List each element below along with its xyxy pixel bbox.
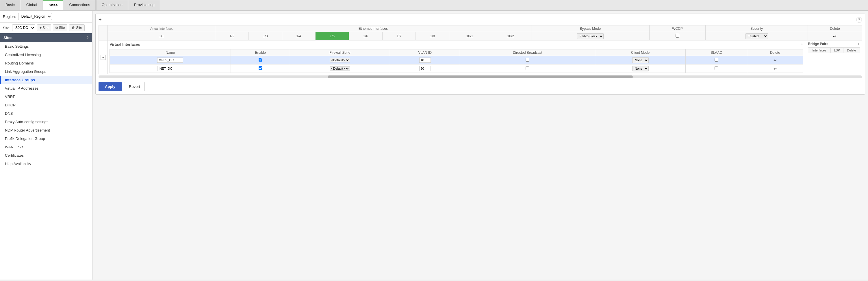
sidebar-item-centralized-licensing[interactable]: Centralized Licensing: [0, 51, 92, 59]
port-16[interactable]: 1/6: [349, 32, 382, 40]
tab-global[interactable]: Global: [21, 0, 43, 10]
vi-row1-firewall-select[interactable]: <Default>: [330, 58, 350, 62]
sidebar-item-dns[interactable]: DNS: [0, 109, 92, 118]
vi-row2-firewall-select[interactable]: <Default>: [330, 66, 350, 71]
sidebar-item-ndp[interactable]: NDP Router Advertisement: [0, 126, 92, 134]
scrollbar-track[interactable]: [98, 75, 862, 79]
vi-col-directed-broadcast: Directed Broadcast: [460, 50, 595, 56]
vi-row1-name-input[interactable]: [157, 58, 183, 63]
vi-row1-enable-checkbox[interactable]: [258, 58, 262, 62]
ethernet-interfaces-header: Ethernet Interfaces: [215, 26, 531, 32]
panel-header: + ?: [98, 17, 862, 23]
panel-help-button[interactable]: ?: [856, 17, 862, 23]
port-12[interactable]: 1/2: [215, 32, 249, 40]
bypass-mode-select[interactable]: Fail-to-Block Fail-to-Wire Disabled: [577, 33, 603, 39]
vi-row2-enable-checkbox[interactable]: [258, 66, 262, 70]
wccp-header: WCCP: [650, 26, 706, 32]
content-area: + ? Virtual Interfaces Ethernet Interfac…: [92, 11, 868, 280]
wccp-checkbox[interactable]: [676, 34, 679, 38]
vi-col-enable: Enable: [231, 50, 290, 56]
delete-site-label: Site: [76, 26, 82, 30]
add-site-label: Site: [42, 26, 49, 30]
vi-row2-client-mode-select[interactable]: None: [632, 66, 649, 71]
vi-row1-firewall: <Default>: [290, 56, 390, 64]
region-row: Region: Default_Region: [0, 11, 92, 23]
add-site-icon: +: [39, 26, 41, 30]
vi-row2-name-input[interactable]: [157, 66, 183, 71]
vi-section-title: Virtual Interfaces: [110, 42, 140, 46]
tab-sites[interactable]: Sites: [43, 0, 63, 10]
vi-add-button[interactable]: +: [801, 42, 803, 47]
vi-row1-enable: [231, 56, 290, 64]
vi-row1-vlan-input[interactable]: [419, 58, 431, 63]
sidebar-help-icon[interactable]: ?: [86, 36, 89, 40]
tab-connections[interactable]: Connections: [64, 0, 95, 10]
sidebar: Region: Default_Region Site: SJC-DC + Si…: [0, 11, 92, 280]
bp-col-delete: Delete: [843, 48, 860, 53]
region-select[interactable]: Default_Region: [18, 13, 52, 20]
expand-button-cell: −: [99, 40, 108, 74]
vi-row1-vlan: [390, 56, 460, 64]
port-18[interactable]: 1/8: [416, 32, 449, 40]
delete-row-button[interactable]: ↩: [833, 34, 837, 38]
trash-icon: 🗑: [72, 26, 75, 30]
vi-row2-slaac-checkbox[interactable]: [715, 66, 718, 70]
sidebar-item-prefix-delegation[interactable]: Prefix Delegation Group: [0, 134, 92, 143]
sidebar-item-routing-domains[interactable]: Routing Domains: [0, 59, 92, 67]
delete-header: Delete: [808, 26, 862, 32]
sidebar-item-proxy-auto-config[interactable]: Proxy Auto-config settings: [0, 118, 92, 126]
region-label: Region:: [3, 14, 16, 19]
vi-row2-delete-button[interactable]: ↩: [774, 66, 777, 71]
vi-row1-delete-button[interactable]: ↩: [774, 58, 777, 62]
vi-row1-client-mode-select[interactable]: None: [632, 57, 649, 63]
vi-row-2: <Default>: [110, 64, 803, 73]
expand-button[interactable]: −: [100, 55, 106, 60]
vi-and-bp-container: Virtual Interfaces + Name Enable: [110, 42, 860, 73]
port-13[interactable]: 1/3: [248, 32, 282, 40]
port-11[interactable]: 1/1: [108, 32, 215, 40]
vi-row2-name: [110, 64, 231, 73]
vi-row2-vlan-input[interactable]: [419, 66, 431, 71]
port-101[interactable]: 10/1: [449, 32, 490, 40]
add-site-button[interactable]: + Site: [37, 24, 51, 31]
scrollbar-thumb: [328, 75, 633, 79]
sidebar-item-certificates[interactable]: Certificates: [0, 151, 92, 160]
apply-button[interactable]: Apply: [98, 82, 122, 91]
site-label: Site:: [3, 26, 10, 30]
bp-add-button[interactable]: +: [858, 42, 860, 46]
copy-site-button[interactable]: ⧉ Site: [53, 24, 68, 31]
tab-provisioning[interactable]: Provisioning: [129, 0, 160, 10]
bridge-pairs-section: Bridge Pairs + Interfaces LSP: [808, 42, 860, 73]
vi-row1-slaac-checkbox[interactable]: [715, 58, 718, 62]
tab-optimization[interactable]: Optimization: [96, 0, 128, 10]
vi-col-name: Name: [110, 50, 231, 56]
vi-col-slaac: SLAAC: [686, 50, 747, 56]
sidebar-item-virtual-ip[interactable]: Virtual IP Addresses: [0, 84, 92, 93]
sidebar-item-link-aggregation[interactable]: Link Aggregation Groups: [0, 67, 92, 76]
sidebar-item-high-availability[interactable]: High Availability: [0, 160, 92, 168]
sidebar-item-dhcp[interactable]: DHCP: [0, 101, 92, 109]
sidebar-item-interface-groups[interactable]: Interface Groups: [0, 76, 92, 84]
vi-row2-directed-broadcast-checkbox[interactable]: [526, 66, 529, 70]
vi-row-1: <Default>: [110, 56, 803, 64]
vi-row1-slaac: [686, 56, 747, 64]
revert-button[interactable]: Revert: [124, 82, 145, 91]
sidebar-item-wan-links[interactable]: WAN Links: [0, 143, 92, 151]
port-102[interactable]: 10/2: [490, 32, 531, 40]
site-select[interactable]: SJC-DC: [12, 24, 35, 31]
panel-add-button[interactable]: +: [98, 17, 102, 23]
vi-header-row: Virtual Interfaces +: [110, 42, 803, 47]
port-15[interactable]: 1/5: [315, 32, 349, 40]
port-17[interactable]: 1/7: [382, 32, 416, 40]
port-14[interactable]: 1/4: [282, 32, 315, 40]
sidebar-title: Sites: [3, 36, 12, 40]
security-value-cell: Trusted Untrusted: [705, 32, 808, 40]
delete-site-button[interactable]: 🗑 Site: [69, 24, 85, 31]
bypass-mode-value-cell: Fail-to-Block Fail-to-Wire Disabled: [531, 32, 649, 40]
interface-groups-panel: + ? Virtual Interfaces Ethernet Interfac…: [95, 13, 865, 95]
sidebar-item-vrrp[interactable]: VRRP: [0, 93, 92, 101]
sidebar-item-basic-settings[interactable]: Basic Settings: [0, 42, 92, 51]
vi-row1-directed-broadcast-checkbox[interactable]: [526, 58, 529, 62]
security-select[interactable]: Trusted Untrusted: [745, 33, 768, 39]
tab-basic[interactable]: Basic: [0, 0, 20, 10]
